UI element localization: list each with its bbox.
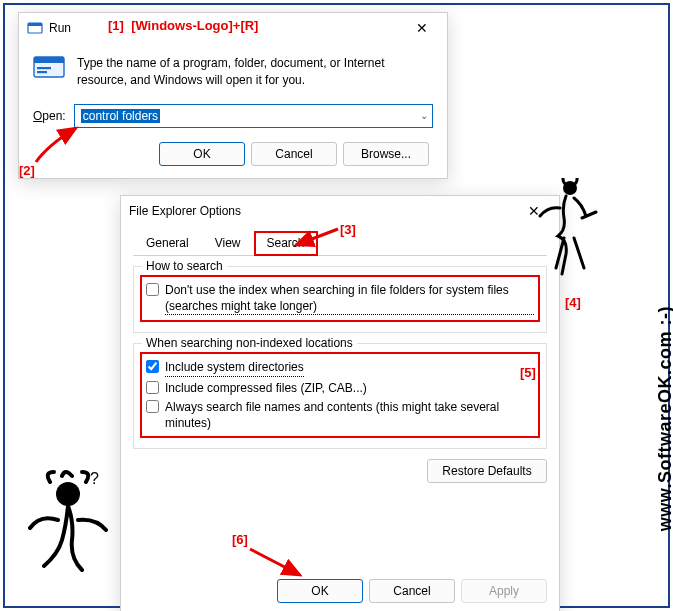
tab-view[interactable]: View [202, 231, 254, 255]
restore-defaults-button[interactable]: Restore Defaults [427, 459, 547, 483]
highlight-box-4: Don't use the index when searching in fi… [140, 275, 540, 322]
run-titlebar: Run ✕ [19, 13, 447, 43]
opt-always-search-contents[interactable]: Always search file names and contents (t… [146, 399, 534, 431]
run-dialog: Run ✕ Type the name of a program, folder… [18, 12, 448, 179]
run-description: Type the name of a program, folder, docu… [77, 55, 433, 90]
decorative-figure-bottom: ? [18, 470, 128, 600]
svg-rect-4 [37, 67, 51, 69]
opt-include-system-dirs[interactable]: Include system directories [146, 359, 534, 376]
feo-title: File Explorer Options [129, 204, 241, 218]
opt4-label: Always search file names and contents (t… [165, 399, 534, 431]
highlight-box-5: Include system directories Include compr… [140, 352, 540, 438]
file-explorer-options-dialog: File Explorer Options ✕ General View Sea… [120, 195, 560, 611]
checkbox-include-system-dirs[interactable] [146, 360, 159, 373]
svg-rect-3 [34, 57, 64, 63]
opt-dont-use-index[interactable]: Don't use the index when searching in fi… [146, 282, 534, 315]
apply-button: Apply [461, 579, 547, 603]
chevron-down-icon: ⌄ [420, 110, 428, 121]
open-label: Open: [33, 109, 66, 123]
open-value: control folders [81, 109, 160, 123]
svg-point-6 [563, 181, 577, 195]
group-how-to-search: How to search Don't use the index when s… [133, 266, 547, 333]
run-title: Run [49, 21, 71, 35]
tab-general[interactable]: General [133, 231, 202, 255]
tab-bar: General View Search [133, 230, 547, 256]
svg-rect-1 [28, 23, 42, 26]
opt1-label: Don't use the index when searching in fi… [165, 282, 534, 315]
tab-search[interactable]: Search [254, 231, 318, 256]
browse-button[interactable]: Browse... [343, 142, 429, 166]
svg-rect-5 [37, 71, 47, 73]
cancel-button[interactable]: Cancel [369, 579, 455, 603]
ok-button[interactable]: OK [159, 142, 245, 166]
svg-text:?: ? [90, 470, 99, 487]
watermark: www.SoftwareOK.com :-) [655, 306, 674, 531]
checkbox-include-compressed[interactable] [146, 381, 159, 394]
group-title-1: How to search [142, 259, 227, 273]
run-icon [27, 20, 43, 36]
decorative-figure-top [530, 178, 600, 288]
opt-include-compressed[interactable]: Include compressed files (ZIP, CAB...) [146, 380, 534, 396]
cancel-button[interactable]: Cancel [251, 142, 337, 166]
group-non-indexed: When searching non-indexed locations Inc… [133, 343, 547, 449]
ok-button[interactable]: OK [277, 579, 363, 603]
checkbox-always-search-contents[interactable] [146, 400, 159, 413]
open-combobox[interactable]: control folders ⌄ [74, 104, 433, 128]
checkbox-dont-use-index[interactable] [146, 283, 159, 296]
opt2-label: Include system directories [165, 359, 304, 376]
svg-point-7 [56, 482, 80, 506]
run-app-icon [33, 55, 65, 79]
feo-titlebar: File Explorer Options ✕ [121, 196, 559, 226]
opt3-label: Include compressed files (ZIP, CAB...) [165, 380, 367, 396]
close-icon[interactable]: ✕ [401, 13, 443, 43]
group-title-2: When searching non-indexed locations [142, 336, 357, 350]
